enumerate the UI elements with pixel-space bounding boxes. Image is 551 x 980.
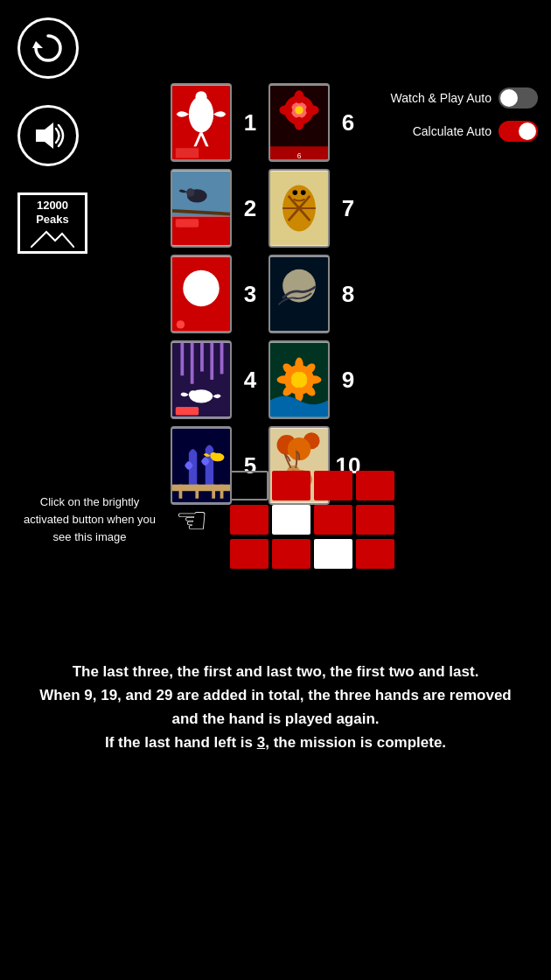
pattern-cell-red	[356, 539, 394, 569]
svg-point-74	[210, 452, 217, 459]
svg-marker-1	[36, 122, 53, 149]
pattern-row-3	[230, 539, 394, 569]
refresh-button[interactable]	[17, 18, 79, 79]
card-num-6: 6	[335, 109, 361, 136]
svg-point-58	[295, 358, 303, 373]
controls-panel: Watch & Play Auto Calculate Auto	[391, 88, 538, 142]
bottom-text-line2: When 9, 19, and 29 are added in total, t…	[39, 687, 511, 727]
card-num-1: 1	[237, 109, 263, 136]
instruction-section: Click on the brightly activated button w…	[0, 462, 551, 578]
pattern-cell-outline	[230, 471, 269, 500]
svg-point-36	[301, 190, 306, 195]
svg-marker-0	[32, 41, 43, 48]
peaks-label: Peaks	[36, 213, 69, 227]
watch-play-toggle[interactable]	[499, 88, 538, 108]
card-9[interactable]	[269, 340, 330, 419]
card-grid: 1 6 6	[171, 83, 361, 505]
pattern-cell-red	[356, 471, 394, 500]
pattern-cell-red	[272, 471, 310, 500]
pattern-cell-red	[272, 539, 310, 569]
svg-point-15	[294, 90, 303, 103]
pattern-grid	[230, 471, 394, 569]
card-7[interactable]	[269, 169, 330, 248]
watch-play-label: Watch & Play Auto	[391, 91, 492, 105]
svg-rect-47	[191, 343, 194, 384]
top-icons: 12000 Peaks	[17, 18, 87, 254]
svg-point-14	[295, 106, 303, 114]
calculate-row: Calculate Auto	[391, 121, 538, 142]
pattern-cell-red	[230, 539, 269, 569]
watch-play-row: Watch & Play Auto	[391, 88, 538, 108]
card-1[interactable]	[171, 83, 232, 162]
sound-button[interactable]	[17, 105, 79, 166]
underlined-3: 3	[257, 734, 265, 751]
svg-point-38	[183, 270, 219, 306]
mountain-icon	[31, 228, 74, 248]
calculate-knob	[519, 122, 536, 140]
svg-point-18	[306, 105, 319, 115]
card-2[interactable]	[171, 169, 232, 248]
svg-point-5	[195, 91, 206, 102]
bottom-text: The last three, the first and last two, …	[0, 643, 551, 772]
svg-point-25	[186, 188, 194, 196]
card-row-3: 3 8	[171, 255, 361, 333]
card-row-4: 4 9	[171, 340, 361, 419]
svg-point-43	[282, 270, 316, 303]
pattern-cell-white	[272, 505, 310, 535]
svg-rect-48	[200, 343, 204, 372]
card-row-2: 2 7	[171, 169, 361, 248]
calculate-toggle[interactable]	[499, 121, 538, 142]
card-num-8: 8	[335, 281, 361, 308]
card-4[interactable]	[171, 340, 232, 419]
card-num-2: 2	[237, 195, 263, 222]
svg-point-35	[292, 190, 297, 195]
svg-rect-27	[176, 219, 199, 227]
peaks-box[interactable]: 12000 Peaks	[17, 192, 87, 254]
svg-text:6: 6	[297, 151, 302, 160]
pattern-cell-red	[314, 505, 352, 535]
svg-point-16	[294, 116, 303, 130]
pattern-cell-red	[230, 505, 269, 535]
svg-rect-49	[210, 343, 213, 380]
svg-rect-9	[176, 148, 199, 158]
svg-rect-53	[176, 407, 199, 415]
svg-point-52	[189, 390, 197, 398]
card-row-1: 1 6 6	[171, 83, 361, 162]
bottom-text-line3: If the last hand left is 3, the mission …	[105, 734, 446, 751]
instruction-text: Click on the brightly activated button w…	[17, 494, 162, 546]
card-num-4: 4	[237, 367, 263, 394]
svg-rect-46	[180, 343, 184, 376]
bottom-text-line1: The last three, the first and last two, …	[73, 663, 479, 680]
card-num-7: 7	[335, 195, 361, 222]
card-num-3: 3	[237, 281, 263, 308]
calculate-label: Calculate Auto	[413, 124, 492, 138]
card-6[interactable]: 6	[269, 83, 330, 162]
card-3[interactable]	[171, 255, 232, 333]
sound-icon	[29, 116, 67, 155]
svg-point-40	[177, 320, 185, 328]
svg-point-57	[291, 372, 308, 388]
pattern-row-2	[230, 505, 394, 535]
svg-rect-50	[220, 343, 224, 374]
card-num-9: 9	[335, 367, 361, 394]
peaks-number: 12000	[37, 199, 68, 213]
pattern-cell-red	[314, 471, 352, 500]
svg-point-61	[306, 375, 321, 383]
refresh-icon	[31, 31, 66, 66]
pattern-cell-red	[356, 505, 394, 535]
pattern-cell-white	[314, 539, 352, 569]
watch-play-knob	[500, 89, 518, 107]
card-8[interactable]	[269, 255, 330, 333]
pattern-row-1	[230, 471, 394, 500]
svg-point-17	[279, 105, 292, 115]
hand-pointer-icon: ☞	[175, 499, 208, 542]
svg-point-60	[277, 375, 292, 383]
